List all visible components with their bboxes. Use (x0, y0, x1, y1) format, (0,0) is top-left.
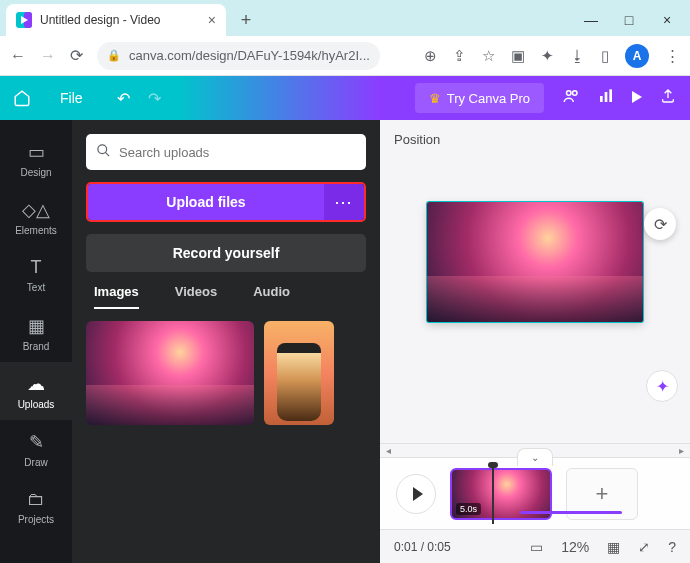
upload-thumb-1[interactable] (86, 321, 254, 425)
reader-icon[interactable]: ▯ (601, 47, 609, 65)
panel-tabs: Images Videos Audio (86, 284, 366, 309)
zoom-icon[interactable]: ⊕ (424, 47, 437, 65)
browser-address-bar: ← → ⟳ 🔒 canva.com/design/DAFuY-1594k/hyA… (0, 36, 690, 76)
uploads-icon: ☁ (27, 373, 45, 395)
rail-projects[interactable]: 🗀Projects (0, 478, 72, 536)
upload-files-button[interactable]: Upload files (88, 184, 324, 220)
analytics-icon[interactable] (598, 88, 614, 108)
tab-images[interactable]: Images (94, 284, 139, 309)
window-close-icon[interactable]: × (660, 12, 674, 28)
nav-back-icon[interactable]: ← (10, 47, 26, 65)
upload-more-button[interactable]: ⋯ (324, 184, 364, 220)
rail-brand[interactable]: ▦Brand (0, 304, 72, 362)
rail-elements[interactable]: ◇△Elements (0, 188, 72, 246)
svg-rect-6 (605, 92, 608, 102)
undo-icon[interactable]: ↶ (117, 89, 130, 108)
nav-forward-icon: → (40, 47, 56, 65)
rotate-handle-icon[interactable]: ⟳ (644, 208, 676, 240)
upload-files-row: Upload files ⋯ (86, 182, 366, 222)
app-topbar: File ↶ ↷ ♛ Try Canva Pro (0, 76, 690, 120)
fullscreen-icon[interactable]: ⤢ (638, 539, 650, 555)
tab-audio[interactable]: Audio (253, 284, 290, 309)
url-text: canva.com/design/DAFuY-1594k/hyAr2I... (129, 48, 370, 63)
extension-icon[interactable]: ▣ (511, 47, 525, 65)
draw-icon: ✎ (29, 431, 44, 453)
elements-icon: ◇△ (22, 199, 50, 221)
canvas-selected-image[interactable] (427, 202, 643, 322)
new-tab-button[interactable]: + (232, 6, 260, 34)
collaborators-icon[interactable] (562, 87, 580, 109)
svg-rect-7 (609, 89, 612, 102)
browser-tab[interactable]: Untitled design - Video × (6, 4, 226, 36)
main-area: ▭Design ◇△Elements TText ▦Brand ☁Uploads… (0, 120, 690, 563)
try-pro-button[interactable]: ♛ Try Canva Pro (415, 83, 544, 113)
svg-line-9 (105, 152, 109, 156)
brand-icon: ▦ (28, 315, 45, 337)
browser-menu-icon[interactable]: ⋮ (665, 47, 680, 65)
left-rail: ▭Design ◇△Elements TText ▦Brand ☁Uploads… (0, 120, 72, 563)
window-maximize-icon[interactable]: □ (622, 12, 636, 28)
nav-reload-icon[interactable]: ⟳ (70, 46, 83, 65)
lock-icon: 🔒 (107, 49, 121, 62)
bottom-bar: 0:01 / 0:05 ▭ 12% ▦ ⤢ ? (380, 529, 690, 563)
scroll-left-icon[interactable]: ◂ (386, 445, 391, 456)
redo-icon[interactable]: ↷ (148, 89, 161, 108)
help-icon[interactable]: ? (668, 539, 676, 555)
text-icon: T (31, 257, 42, 278)
tab-videos[interactable]: Videos (175, 284, 217, 309)
search-uploads[interactable] (86, 134, 366, 170)
url-box[interactable]: 🔒 canva.com/design/DAFuY-1594k/hyAr2I... (97, 42, 380, 70)
rail-design[interactable]: ▭Design (0, 130, 72, 188)
clip-duration: 5.0s (456, 503, 481, 515)
crown-icon: ♛ (429, 91, 441, 106)
search-input[interactable] (119, 145, 356, 160)
projects-icon: 🗀 (27, 489, 45, 510)
rail-uploads[interactable]: ☁Uploads (0, 362, 72, 420)
design-icon: ▭ (28, 141, 45, 163)
file-menu[interactable]: File (44, 90, 99, 106)
svg-rect-5 (600, 96, 603, 102)
present-play-icon[interactable] (632, 89, 642, 107)
tab-close-icon[interactable]: × (208, 12, 216, 28)
share-icon[interactable]: ⇪ (453, 47, 466, 65)
bookmark-star-icon[interactable]: ☆ (482, 47, 495, 65)
record-yourself-button[interactable]: Record yourself (86, 234, 366, 272)
rail-text[interactable]: TText (0, 246, 72, 304)
tab-title: Untitled design - Video (40, 13, 161, 27)
canvas-area: Position ⟳ ✦ ◂ ▸ ⌄ 5.0s + 0:0 (380, 120, 690, 563)
timeline-expand-icon[interactable]: ⌄ (517, 448, 553, 466)
uploads-panel: Upload files ⋯ Record yourself Images Vi… (72, 120, 380, 563)
home-button[interactable] (0, 89, 44, 107)
timeline: ⌄ 5.0s + (380, 457, 690, 529)
share-export-icon[interactable] (660, 88, 676, 108)
svg-point-4 (573, 91, 578, 96)
rail-draw[interactable]: ✎Draw (0, 420, 72, 478)
canvas-stage[interactable]: ⟳ ✦ (380, 120, 690, 443)
canva-favicon-icon (16, 12, 32, 28)
download-icon[interactable]: ⭳ (570, 47, 585, 64)
svg-point-8 (98, 144, 107, 153)
puzzle-icon[interactable]: ✦ (541, 47, 554, 65)
playhead[interactable] (492, 466, 494, 524)
window-minimize-icon[interactable]: — (584, 12, 598, 28)
browser-titlebar: Untitled design - Video × + — □ × (0, 0, 690, 36)
upload-thumbnails (86, 321, 366, 425)
scroll-right-icon[interactable]: ▸ (679, 445, 684, 456)
try-pro-label: Try Canva Pro (447, 91, 530, 106)
profile-avatar[interactable]: A (625, 44, 649, 68)
svg-point-3 (567, 91, 572, 96)
upload-thumb-2[interactable] (264, 321, 334, 425)
grid-view-icon[interactable]: ▦ (607, 539, 620, 555)
playback-time: 0:01 / 0:05 (394, 540, 451, 554)
notes-icon[interactable]: ▭ (530, 539, 543, 555)
search-icon (96, 143, 111, 162)
timeline-play-button[interactable] (396, 474, 436, 514)
magic-sparkle-icon[interactable]: ✦ (646, 370, 678, 402)
zoom-level[interactable]: 12% (561, 539, 589, 555)
